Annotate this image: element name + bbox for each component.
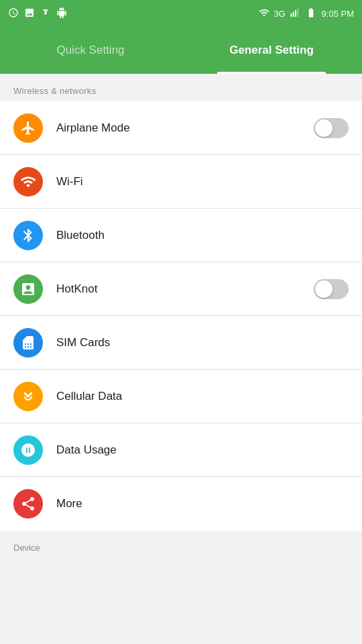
- more-label: More: [56, 497, 349, 511]
- svg-rect-0: [290, 13, 292, 17]
- hotknot-toggle[interactable]: [314, 279, 349, 299]
- image-icon: [24, 7, 35, 20]
- signal-icon: [290, 7, 300, 20]
- share-icon: [20, 496, 36, 512]
- svg-rect-1: [292, 11, 294, 16]
- setting-item-more[interactable]: More: [0, 477, 362, 531]
- bluetooth-label: Bluetooth: [56, 229, 349, 242]
- setting-item-airplane[interactable]: Airplane Mode: [0, 101, 362, 155]
- airplane-mode-label: Airplane Mode: [56, 121, 314, 135]
- setting-item-hotknot[interactable]: HotKnot: [0, 262, 362, 316]
- quick-setting-label: Quick Setting: [56, 44, 124, 57]
- airplane-mode-toggle-knob: [315, 119, 333, 137]
- tab-general-setting[interactable]: General Setting: [181, 27, 362, 74]
- status-bar: 3G 9:05 PM: [0, 0, 362, 27]
- alarm-icon: [8, 7, 19, 20]
- settings-list-wireless: Airplane Mode Wi-Fi Bluetooth HotKnot SI…: [0, 101, 362, 531]
- hotknot-toggle-knob: [315, 280, 333, 298]
- wifi-icon-circle: [13, 167, 43, 197]
- cellular-label: Cellular Data: [56, 390, 349, 403]
- battery-icon: [304, 7, 318, 20]
- setting-item-cellular[interactable]: Cellular Data: [0, 370, 362, 423]
- cellular-icon-circle: [13, 382, 43, 411]
- general-setting-label: General Setting: [229, 44, 314, 57]
- tab-bar: Quick Setting General Setting: [0, 27, 362, 74]
- bluetooth-icon: [20, 227, 36, 244]
- airplane-mode-toggle[interactable]: [314, 118, 349, 138]
- simcards-icon-circle: [13, 328, 43, 358]
- hotknot-label: HotKnot: [56, 282, 314, 296]
- tab-active-indicator: [217, 72, 326, 74]
- datausage-icon-circle: [13, 435, 43, 465]
- wifi-status-icon: [259, 7, 269, 20]
- wifi-label: Wi-Fi: [56, 175, 349, 189]
- time-display: 9:05 PM: [322, 9, 354, 19]
- network-type: 3G: [274, 9, 285, 19]
- setting-item-simcards[interactable]: SIM Cards: [0, 316, 362, 370]
- more-icon-circle: [13, 489, 43, 519]
- setting-item-datausage[interactable]: Data Usage: [0, 423, 362, 477]
- datausage-icon: [20, 442, 36, 458]
- simcards-label: SIM Cards: [56, 336, 349, 350]
- svg-rect-2: [295, 10, 296, 17]
- cellular-icon: [20, 388, 36, 405]
- svg-rect-3: [297, 8, 298, 17]
- hotknot-icon-circle: [13, 274, 43, 304]
- setting-item-bluetooth[interactable]: Bluetooth: [0, 209, 362, 262]
- wifi-icon: [20, 174, 36, 190]
- hotknot-icon: [20, 281, 36, 297]
- airplane-icon: [20, 120, 36, 136]
- section-header-wireless: Wireless & networks: [0, 74, 362, 101]
- bluetooth-icon-circle: [13, 221, 43, 250]
- status-bar-left-icons: [8, 7, 67, 20]
- datausage-label: Data Usage: [56, 443, 349, 457]
- tab-quick-setting[interactable]: Quick Setting: [0, 27, 181, 74]
- usb-icon: [40, 7, 51, 20]
- status-bar-right: 3G 9:05 PM: [259, 7, 354, 20]
- section-header-device: Device: [0, 531, 362, 558]
- sim-icon: [20, 335, 36, 351]
- airplane-mode-icon-circle: [13, 113, 43, 143]
- android-icon: [56, 7, 67, 20]
- setting-item-wifi[interactable]: Wi-Fi: [0, 155, 362, 209]
